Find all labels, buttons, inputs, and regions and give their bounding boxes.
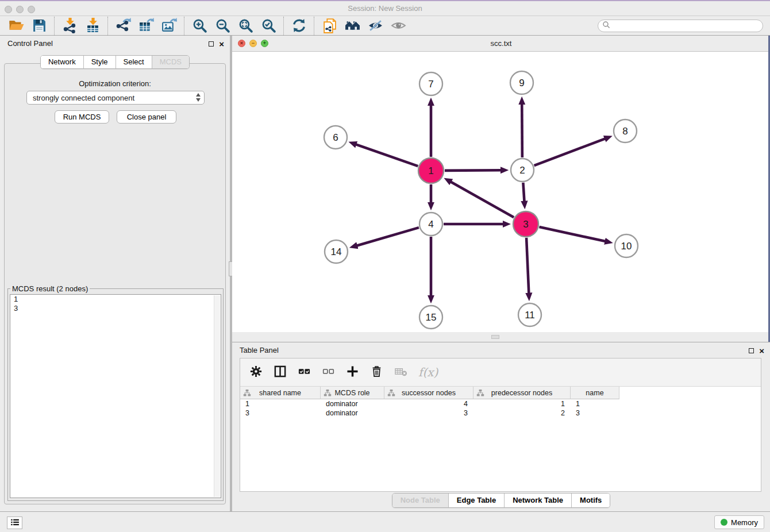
- search-input[interactable]: [613, 21, 763, 31]
- canvas-resize-grip[interactable]: [491, 335, 499, 339]
- export-image-icon: [161, 18, 177, 33]
- tab-mcds[interactable]: MCDS: [152, 56, 189, 68]
- first-neighbors-button[interactable]: [341, 17, 364, 34]
- network-canvas[interactable]: 7968124314101511: [232, 52, 770, 332]
- export-image-button[interactable]: [157, 17, 180, 34]
- graph-node-9[interactable]: 9: [510, 71, 533, 94]
- table-rows: 1dominator4113dominator323: [240, 399, 761, 418]
- maximize-network-button[interactable]: +: [261, 40, 268, 47]
- graph-node-4[interactable]: 4: [419, 213, 442, 236]
- maximize-window-button[interactable]: [28, 6, 35, 13]
- network-view-window: × − + scc.txt 7968124314101511: [232, 36, 770, 332]
- hide-selected-button[interactable]: [364, 17, 387, 34]
- svg-text:10: 10: [621, 241, 632, 252]
- result-line: 1: [10, 295, 221, 304]
- table-options-button[interactable]: [249, 365, 263, 380]
- tab-edge-table[interactable]: Edge Table: [449, 494, 505, 507]
- minimize-network-button[interactable]: −: [249, 40, 257, 47]
- search-box[interactable]: [598, 20, 763, 32]
- zoom-out-button[interactable]: [211, 17, 234, 34]
- tab-style[interactable]: Style: [84, 56, 116, 68]
- graph-edge-2-9[interactable]: [522, 103, 522, 157]
- delete-table-icon: [394, 365, 407, 380]
- tab-network-table[interactable]: Network Table: [505, 494, 572, 507]
- graph-edge-3-1[interactable]: [450, 182, 514, 218]
- create-new-column-button[interactable]: [346, 365, 359, 380]
- control-panel: Control Panel × NetworkStyleSelectMCDS O…: [0, 36, 230, 511]
- graph-node-15[interactable]: 15: [419, 306, 442, 329]
- show-all-button[interactable]: [387, 17, 410, 34]
- export-table-button[interactable]: [134, 17, 157, 34]
- column-header-successor-nodes[interactable]: successor nodes: [384, 387, 473, 399]
- graph-edge-2-3[interactable]: [523, 183, 524, 202]
- memory-button-label: Memory: [731, 518, 758, 527]
- table-row[interactable]: 1dominator411: [240, 399, 761, 408]
- graph-edge-1-6[interactable]: [355, 144, 418, 166]
- float-table-panel-icon[interactable]: [749, 348, 754, 353]
- tab-network[interactable]: Network: [41, 56, 84, 68]
- unselect-all-columns-button[interactable]: [322, 365, 335, 380]
- zoom-in-button[interactable]: [188, 17, 211, 34]
- control-panel-tabs: NetworkStyleSelectMCDS: [0, 55, 230, 69]
- mcds-result-box[interactable]: 13: [10, 294, 221, 498]
- graph-node-11[interactable]: 11: [518, 303, 541, 326]
- graph-node-14[interactable]: 14: [325, 240, 348, 263]
- folder-open-icon: [9, 18, 24, 33]
- eye-slash-icon: [368, 18, 383, 33]
- graph-node-8[interactable]: 8: [614, 119, 637, 142]
- graph-node-6[interactable]: 6: [324, 126, 347, 149]
- tab-motifs[interactable]: Motifs: [572, 494, 610, 507]
- memory-button[interactable]: Memory: [714, 515, 764, 529]
- graph-node-10[interactable]: 10: [615, 234, 638, 257]
- criterion-dropdown[interactable]: strongly connected component: [26, 91, 205, 105]
- open-session-button[interactable]: [5, 17, 28, 34]
- close-table-panel-icon[interactable]: ×: [759, 346, 764, 355]
- graph-edge-3-11[interactable]: [526, 238, 529, 294]
- export-network-button[interactable]: [111, 17, 134, 34]
- close-panel-icon[interactable]: ×: [219, 40, 224, 48]
- zoom-fit-content-button[interactable]: [234, 17, 257, 34]
- show-column-button[interactable]: [274, 365, 287, 380]
- import-network-from-file-button[interactable]: [58, 17, 81, 34]
- graph-edge-2-8[interactable]: [534, 138, 606, 165]
- table-toolbar: f(x): [240, 358, 761, 387]
- column-header-name[interactable]: name: [571, 387, 619, 399]
- task-history-button[interactable]: [7, 516, 22, 529]
- import-table-from-file-button[interactable]: [81, 17, 104, 34]
- function-builder-button: f(x): [418, 365, 438, 379]
- import-network-icon: [62, 18, 78, 33]
- result-scrollbar[interactable]: [214, 295, 220, 497]
- toolbar-icons: [5, 17, 410, 35]
- graph-node-3[interactable]: 3: [513, 211, 538, 237]
- new-network-from-selection-button[interactable]: [318, 17, 341, 34]
- column-header-shared-name[interactable]: shared name: [240, 387, 321, 399]
- zoom-selected-button[interactable]: [257, 17, 280, 34]
- delete-columns-button[interactable]: [370, 365, 383, 380]
- graph-edge-3-10[interactable]: [539, 227, 606, 241]
- graph-edge-4-14[interactable]: [356, 228, 419, 246]
- run-mcds-button[interactable]: Run MCDS: [55, 110, 109, 124]
- column-header-predecessor-nodes[interactable]: predecessor nodes: [473, 387, 571, 399]
- tab-node-table[interactable]: Node Table: [392, 494, 449, 507]
- select-all-columns-button[interactable]: [298, 365, 311, 380]
- table-row[interactable]: 3dominator323: [240, 408, 761, 418]
- window-controls: [5, 6, 35, 13]
- close-window-button[interactable]: [5, 6, 12, 13]
- save-session-button[interactable]: [28, 17, 51, 34]
- apply-preferred-layout-button[interactable]: [287, 17, 310, 34]
- toolbar-separator: [283, 17, 284, 35]
- column-header-mcds-role[interactable]: MCDS role: [321, 387, 384, 399]
- cell-predecessor-nodes: 2: [473, 408, 571, 418]
- minimize-window-button[interactable]: [16, 6, 24, 13]
- tree-icon: [324, 389, 332, 399]
- eye-icon: [391, 18, 406, 33]
- graph-node-1[interactable]: 1: [418, 158, 444, 183]
- tab-select[interactable]: Select: [116, 56, 152, 68]
- close-panel-button[interactable]: Close panel: [117, 110, 176, 124]
- graph-edge-1-2[interactable]: [445, 170, 502, 171]
- cell-name: 1: [571, 399, 619, 408]
- graph-node-2[interactable]: 2: [511, 159, 534, 182]
- close-network-button[interactable]: ×: [238, 40, 245, 47]
- graph-node-7[interactable]: 7: [419, 72, 442, 95]
- float-panel-icon[interactable]: [209, 41, 214, 47]
